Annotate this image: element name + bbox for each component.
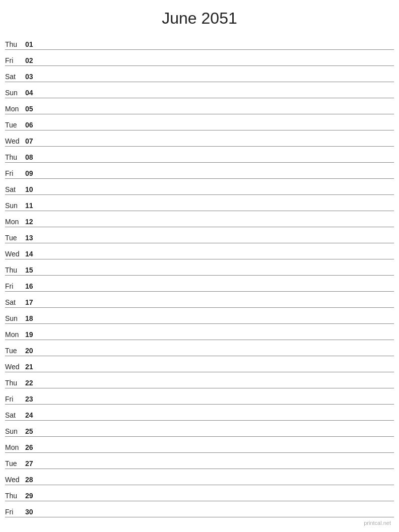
day-line bbox=[39, 161, 394, 161]
calendar-row: Sat10 bbox=[5, 179, 394, 195]
calendar-row: Sun11 bbox=[5, 195, 394, 211]
calendar-row: Sun25 bbox=[5, 421, 394, 437]
calendar-row: Tue06 bbox=[5, 114, 394, 130]
calendar-row: Fri02 bbox=[5, 50, 394, 66]
day-line bbox=[39, 177, 394, 177]
day-line bbox=[39, 128, 394, 129]
day-line bbox=[39, 274, 394, 274]
day-line bbox=[39, 257, 394, 258]
calendar-row: Tue13 bbox=[5, 227, 394, 243]
day-name: Fri bbox=[5, 56, 25, 64]
day-line bbox=[39, 193, 394, 193]
calendar-row: Fri23 bbox=[5, 388, 394, 405]
calendar-row: Wed14 bbox=[5, 243, 394, 259]
calendar-row: Sat17 bbox=[5, 292, 394, 308]
calendar-row: Mon26 bbox=[5, 437, 394, 453]
day-number: 13 bbox=[25, 234, 39, 242]
day-name: Sat bbox=[5, 73, 25, 81]
page-title: June 2051 bbox=[0, 0, 399, 34]
day-number: 18 bbox=[25, 314, 39, 322]
day-line bbox=[39, 435, 394, 435]
calendar-row: Sat24 bbox=[5, 405, 394, 421]
day-line bbox=[39, 80, 394, 81]
calendar-row: Fri09 bbox=[5, 163, 394, 179]
day-number: 03 bbox=[25, 73, 39, 81]
day-number: 21 bbox=[25, 363, 39, 371]
day-line bbox=[39, 241, 394, 242]
day-number: 06 bbox=[25, 121, 39, 129]
calendar-row: Mon12 bbox=[5, 211, 394, 227]
calendar-row: Sun04 bbox=[5, 82, 394, 98]
day-name: Sat bbox=[5, 411, 25, 419]
day-number: 25 bbox=[25, 427, 39, 435]
day-line bbox=[39, 370, 394, 371]
calendar-row: Thu22 bbox=[5, 372, 394, 388]
calendar-row: Thu15 bbox=[5, 259, 394, 276]
day-number: 15 bbox=[25, 266, 39, 274]
day-number: 09 bbox=[25, 169, 39, 177]
day-name: Mon bbox=[5, 443, 25, 451]
day-number: 30 bbox=[25, 508, 39, 516]
day-name: Thu bbox=[5, 379, 25, 387]
day-name: Sat bbox=[5, 298, 25, 306]
day-line bbox=[39, 338, 394, 339]
day-number: 29 bbox=[25, 492, 39, 500]
day-number: 10 bbox=[25, 185, 39, 193]
day-name: Fri bbox=[5, 282, 25, 290]
day-line bbox=[39, 145, 394, 145]
day-name: Thu bbox=[5, 153, 25, 161]
day-number: 27 bbox=[25, 459, 39, 468]
day-number: 17 bbox=[25, 298, 39, 306]
day-number: 16 bbox=[25, 282, 39, 290]
day-number: 28 bbox=[25, 476, 39, 484]
day-number: 11 bbox=[25, 202, 39, 210]
day-line bbox=[39, 112, 394, 113]
day-name: Wed bbox=[5, 363, 25, 371]
day-number: 01 bbox=[25, 40, 39, 48]
day-name: Fri bbox=[5, 169, 25, 177]
day-number: 12 bbox=[25, 218, 39, 226]
day-name: Tue bbox=[5, 347, 25, 355]
day-name: Mon bbox=[5, 105, 25, 113]
day-line bbox=[39, 209, 394, 210]
day-line bbox=[39, 306, 394, 306]
day-line bbox=[39, 451, 394, 451]
day-number: 23 bbox=[25, 395, 39, 403]
day-number: 19 bbox=[25, 330, 39, 339]
day-line bbox=[39, 419, 394, 419]
day-number: 14 bbox=[25, 250, 39, 258]
day-name: Sat bbox=[5, 185, 25, 193]
day-line bbox=[39, 64, 394, 64]
day-name: Tue bbox=[5, 234, 25, 242]
calendar-row: Thu29 bbox=[5, 485, 394, 501]
day-number: 22 bbox=[25, 379, 39, 387]
day-name: Wed bbox=[5, 476, 25, 484]
day-name: Thu bbox=[5, 40, 25, 48]
calendar-row: Wed07 bbox=[5, 130, 394, 147]
day-line bbox=[39, 467, 394, 468]
day-name: Fri bbox=[5, 395, 25, 403]
day-line bbox=[39, 386, 394, 387]
day-number: 05 bbox=[25, 105, 39, 113]
footer-credit: printcal.net bbox=[364, 520, 391, 526]
day-name: Sun bbox=[5, 314, 25, 322]
day-line bbox=[39, 499, 394, 500]
day-name: Thu bbox=[5, 492, 25, 500]
calendar-row: Mon19 bbox=[5, 324, 394, 340]
day-line bbox=[39, 483, 394, 484]
day-line bbox=[39, 48, 394, 48]
calendar-row: Wed28 bbox=[5, 469, 394, 485]
calendar-row: Sat03 bbox=[5, 66, 394, 82]
day-number: 24 bbox=[25, 411, 39, 419]
day-name: Sun bbox=[5, 427, 25, 435]
calendar-row: Fri30 bbox=[5, 501, 394, 517]
calendar-row: Wed21 bbox=[5, 356, 394, 372]
day-name: Mon bbox=[5, 330, 25, 339]
day-line bbox=[39, 354, 394, 355]
day-number: 07 bbox=[25, 137, 39, 145]
day-line bbox=[39, 290, 394, 290]
calendar-container: Thu01Fri02Sat03Sun04Mon05Tue06Wed07Thu08… bbox=[0, 34, 399, 517]
day-number: 26 bbox=[25, 443, 39, 451]
day-name: Fri bbox=[5, 508, 25, 516]
day-line bbox=[39, 515, 394, 516]
